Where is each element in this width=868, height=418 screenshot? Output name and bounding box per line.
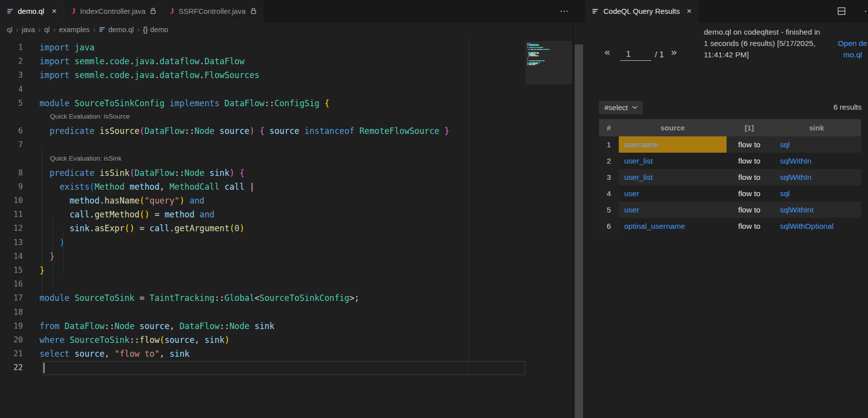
code-line-21[interactable]: 21select source, "flow to", sink xyxy=(0,347,572,361)
sink-link-sqlwithint[interactable]: sqlWithInt xyxy=(780,206,814,214)
result-relation-cell: flow to xyxy=(727,169,772,185)
minimap-line xyxy=(538,55,539,56)
tab-indexcontroller-java[interactable]: JIndexController.java xyxy=(64,0,163,22)
minimap-line xyxy=(527,64,529,65)
breadcrumb-item-ql-0[interactable]: ql xyxy=(7,26,12,34)
next-page-button[interactable]: » xyxy=(671,46,677,58)
source-link-username[interactable]: username xyxy=(624,140,658,149)
minimap-line xyxy=(528,49,530,50)
tab-demo-ql[interactable]: demo.ql× xyxy=(0,0,64,22)
code-line-16[interactable]: 16 xyxy=(0,277,572,291)
minimap-line xyxy=(527,47,529,48)
code-text: where SourceToSink::flow(source, sink) xyxy=(40,333,229,347)
minimap-line xyxy=(545,49,549,50)
result-row-4[interactable]: 4userflow tosql xyxy=(599,185,861,202)
prev-page-button[interactable]: « xyxy=(604,46,610,58)
source-link-user[interactable]: user xyxy=(624,206,639,214)
codelens-link-quick-evaluation-issink[interactable]: Quick Evaluation: isSink xyxy=(50,152,122,165)
result-row-6[interactable]: 6optinal_usernameflow tosqlWithOptional xyxy=(599,218,861,234)
editor-actions-more-icon[interactable]: ⋯ xyxy=(556,0,573,22)
code-text: ) xyxy=(40,236,65,250)
code-line-18[interactable]: 18 xyxy=(0,305,572,319)
close-icon[interactable]: × xyxy=(50,6,58,16)
result-row-1[interactable]: 1usernameflow tosql xyxy=(599,136,861,153)
minimap-line xyxy=(527,58,528,59)
code-line-8[interactable]: 8 predicate isSink(DataFlow::Node sink) … xyxy=(0,166,572,180)
code-line-19[interactable]: 19from DataFlow::Node source, DataFlow::… xyxy=(0,319,572,333)
source-link-optinal-username[interactable]: optinal_username xyxy=(624,222,685,231)
code-line-7[interactable]: 7 xyxy=(0,138,572,152)
result-sink-cell: sqlWithOptional xyxy=(772,218,861,234)
minimap-line xyxy=(543,47,543,48)
breadcrumb-item-examples-3[interactable]: examples xyxy=(59,26,90,34)
ql-file-icon xyxy=(99,27,106,33)
codelens-link-quick-evaluation-issource[interactable]: Quick Evaluation: isSource xyxy=(50,110,130,123)
code-line-2[interactable]: 2import semmle.code.java.dataflow.DataFl… xyxy=(0,54,572,68)
page-number-input[interactable] xyxy=(620,47,651,61)
sink-link-sqlwithin[interactable]: sqlWithIn xyxy=(780,173,812,182)
breadcrumb-item-java-1[interactable]: java xyxy=(22,26,35,34)
sink-link-sql[interactable]: sql xyxy=(780,189,790,198)
panel-scrollbar[interactable] xyxy=(575,44,583,418)
breadcrumb-item-demo-ql-4[interactable]: demo.ql xyxy=(99,26,134,34)
code-line-3[interactable]: 3import semmle.code.java.dataflow.FlowSo… xyxy=(0,68,572,82)
code-line-9[interactable]: 9 exists(Method method, MethodCall call … xyxy=(0,180,572,194)
tab-codeql-query-results[interactable]: CodeQL Query Results × xyxy=(585,0,698,22)
split-editor-icon[interactable] xyxy=(837,7,846,17)
breadcrumb-item-ql-2[interactable]: ql xyxy=(44,26,49,34)
result-row-5[interactable]: 5userflow tosqlWithInt xyxy=(599,202,861,218)
ql-file-icon xyxy=(7,8,14,14)
tab-ssrfcontroller-java[interactable]: JSSRFController.java xyxy=(163,0,263,22)
tab-label: demo.ql xyxy=(18,7,44,15)
minimap-line xyxy=(537,63,538,64)
close-icon[interactable]: × xyxy=(687,7,692,15)
source-link-user-list[interactable]: user_list xyxy=(624,173,653,182)
source-link-user[interactable]: user xyxy=(624,189,639,198)
minimap[interactable] xyxy=(525,37,572,418)
minimap-line xyxy=(549,49,550,50)
minimap-line xyxy=(544,60,545,61)
sink-link-sqlwithin[interactable]: sqlWithIn xyxy=(780,157,812,166)
select-result-set-dropdown[interactable]: #select xyxy=(599,101,643,114)
source-link-user-list[interactable]: user_list xyxy=(624,157,653,166)
result-row-3[interactable]: 3user_listflow tosqlWithIn xyxy=(599,169,861,185)
code-line-13[interactable]: 13 ) xyxy=(0,236,572,250)
result-row-number: 5 xyxy=(599,202,619,218)
result-row-2[interactable]: 2user_listflow tosqlWithIn xyxy=(599,153,861,169)
editor-tab-bar: demo.ql×JIndexController.javaJSSRFContro… xyxy=(0,0,572,22)
sink-link-sqlwithoptional[interactable]: sqlWithOptional xyxy=(780,222,834,231)
code-line-11[interactable]: 11 call.getMethod() = method and xyxy=(0,208,572,221)
sink-link-sql[interactable]: sql xyxy=(780,140,790,149)
code-line-17[interactable]: 17module SourceToSink = TaintTracking::G… xyxy=(0,291,572,305)
minimap-line xyxy=(529,60,533,61)
code-line-22[interactable]: 22 xyxy=(0,361,572,375)
code-line-14[interactable]: 14 } xyxy=(0,250,572,263)
code-text: method.hasName("query") and xyxy=(40,194,204,208)
code-line-10[interactable]: 10 method.hasName("query") and xyxy=(0,194,572,208)
line-number: 11 xyxy=(0,208,23,221)
line-number: 3 xyxy=(0,68,23,82)
code-line-12[interactable]: 12 sink.asExpr() = call.getArgument(0) xyxy=(0,221,572,235)
code-line-6[interactable]: 6 predicate isSource(DataFlow::Node sour… xyxy=(0,124,572,138)
minimap-line xyxy=(528,56,529,57)
column-header-sink: sink xyxy=(772,119,861,136)
code-text: exists(Method method, MethodCall call | xyxy=(40,180,255,194)
code-text: import java xyxy=(40,41,94,54)
panel-more-icon[interactable]: ⋯ xyxy=(860,0,868,22)
codelens-row: Quick Evaluation: isSink xyxy=(0,152,572,166)
code-text: } xyxy=(40,250,54,263)
code-editor[interactable]: 1import java2import semmle.code.java.dat… xyxy=(0,37,572,418)
minimap-line xyxy=(540,47,543,48)
code-line-1[interactable]: 1import java xyxy=(0,41,572,54)
code-rows: 1import java2import semmle.code.java.dat… xyxy=(0,41,572,375)
code-line-20[interactable]: 20where SourceToSink::flow(source, sink) xyxy=(0,333,572,347)
breadcrumb-item-demo-5[interactable]: {}demo xyxy=(143,26,168,34)
open-query-link[interactable]: Open demo.ql xyxy=(837,38,868,61)
codeql-results-panel: CodeQL Query Results × ⋯ « / 1 » demo.ql… xyxy=(573,0,868,418)
breadcrumb-separator: › xyxy=(93,26,95,34)
code-line-15[interactable]: 15} xyxy=(0,263,572,277)
code-line-5[interactable]: 5module SourceToSinkConfig implements Da… xyxy=(0,96,572,110)
result-row-number: 4 xyxy=(599,185,619,202)
minimap-line xyxy=(540,49,541,50)
code-line-4[interactable]: 4 xyxy=(0,83,572,96)
